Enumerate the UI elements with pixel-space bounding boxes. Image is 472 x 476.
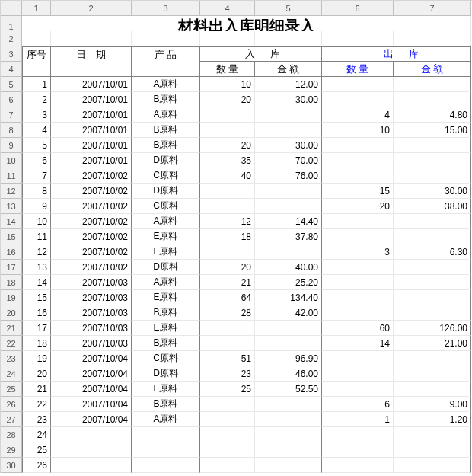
cell-in-qty[interactable]: 18: [200, 229, 255, 244]
cell-seq[interactable]: 20: [22, 366, 51, 382]
cell-in-qty[interactable]: [200, 107, 255, 123]
cell-in-amt[interactable]: [255, 184, 322, 199]
cell-product[interactable]: A原料: [132, 107, 200, 123]
cell-date[interactable]: [51, 442, 132, 458]
row-header[interactable]: 27: [1, 412, 22, 427]
cell-seq[interactable]: 26: [22, 458, 51, 473]
row-header[interactable]: 9: [1, 138, 22, 153]
row-header[interactable]: 25: [1, 382, 22, 397]
cell-out-qty[interactable]: 20: [322, 199, 394, 214]
row-header[interactable]: 6: [1, 92, 22, 107]
row-header[interactable]: 30: [1, 458, 22, 473]
cell-date[interactable]: [51, 427, 132, 442]
cell-date[interactable]: 2007/10/03: [51, 321, 132, 336]
cell-seq[interactable]: 2: [22, 92, 51, 107]
cell-date[interactable]: 2007/10/01: [51, 107, 132, 123]
cell-in-amt[interactable]: 76.00: [255, 168, 322, 184]
cell-in-qty[interactable]: [200, 397, 255, 412]
cell-in-amt[interactable]: 30.00: [255, 138, 322, 153]
cell-product[interactable]: E原料: [132, 290, 200, 305]
row-header[interactable]: 22: [1, 336, 22, 351]
empty-cell[interactable]: [255, 31, 322, 46]
cell-in-amt[interactable]: 40.00: [255, 260, 322, 275]
cell-in-amt[interactable]: 52.50: [255, 382, 322, 397]
cell-product[interactable]: A原料: [132, 214, 200, 229]
cell-seq[interactable]: 6: [22, 153, 51, 168]
cell-out-qty[interactable]: [322, 442, 394, 458]
cell-in-qty[interactable]: 12: [200, 214, 255, 229]
cell-out-amt[interactable]: [394, 382, 471, 397]
cell-out-amt[interactable]: [394, 77, 471, 92]
cell-out-qty[interactable]: 15: [322, 184, 394, 199]
row-header[interactable]: 4: [1, 62, 22, 77]
cell-in-amt[interactable]: [255, 458, 322, 473]
row-header[interactable]: 17: [1, 260, 22, 275]
cell-in-qty[interactable]: [200, 123, 255, 138]
cell-out-amt[interactable]: [394, 168, 471, 184]
cell-seq[interactable]: 8: [22, 184, 51, 199]
cell-product[interactable]: A原料: [132, 77, 200, 92]
col-header[interactable]: 4: [200, 1, 255, 16]
cell-out-qty[interactable]: 4: [322, 107, 394, 123]
empty-cell[interactable]: [51, 31, 132, 46]
cell-in-qty[interactable]: 20: [200, 92, 255, 107]
cell-date[interactable]: 2007/10/01: [51, 77, 132, 92]
row-header[interactable]: 26: [1, 397, 22, 412]
cell-in-amt[interactable]: [255, 397, 322, 412]
row-header[interactable]: 13: [1, 199, 22, 214]
cell-date[interactable]: 2007/10/02: [51, 168, 132, 184]
cell-product[interactable]: D原料: [132, 366, 200, 382]
cell-product[interactable]: B原料: [132, 397, 200, 412]
cell-product[interactable]: E原料: [132, 244, 200, 260]
cell-out-qty[interactable]: [322, 153, 394, 168]
cell-in-qty[interactable]: [200, 458, 255, 473]
cell-date[interactable]: 2007/10/04: [51, 382, 132, 397]
cell-product[interactable]: D原料: [132, 184, 200, 199]
cell-in-amt[interactable]: 134.40: [255, 290, 322, 305]
cell-seq[interactable]: 25: [22, 442, 51, 458]
cell-date[interactable]: 2007/10/03: [51, 305, 132, 321]
cell-seq[interactable]: 12: [22, 244, 51, 260]
cell-in-amt[interactable]: 12.00: [255, 77, 322, 92]
cell-out-amt[interactable]: [394, 351, 471, 366]
cell-in-qty[interactable]: 28: [200, 305, 255, 321]
col-header[interactable]: 2: [51, 1, 132, 16]
row-header[interactable]: 19: [1, 290, 22, 305]
cell-product[interactable]: B原料: [132, 336, 200, 351]
cell-product[interactable]: E原料: [132, 229, 200, 244]
cell-out-qty[interactable]: 60: [322, 321, 394, 336]
row-header[interactable]: 12: [1, 184, 22, 199]
cell-seq[interactable]: 21: [22, 382, 51, 397]
row-header[interactable]: 16: [1, 244, 22, 260]
cell-product[interactable]: E原料: [132, 321, 200, 336]
cell-seq[interactable]: 13: [22, 260, 51, 275]
cell-in-amt[interactable]: 96.90: [255, 351, 322, 366]
cell-product[interactable]: B原料: [132, 123, 200, 138]
cell-product[interactable]: A原料: [132, 275, 200, 290]
cell-in-amt[interactable]: [255, 336, 322, 351]
cell-in-qty[interactable]: [200, 412, 255, 427]
cell-in-amt[interactable]: 46.00: [255, 366, 322, 382]
empty-cell[interactable]: [322, 31, 394, 46]
cell-in-qty[interactable]: 20: [200, 260, 255, 275]
cell-date[interactable]: 2007/10/03: [51, 336, 132, 351]
cell-in-qty[interactable]: 35: [200, 153, 255, 168]
cell-out-amt[interactable]: 21.00: [394, 336, 471, 351]
cell-product[interactable]: A原料: [132, 412, 200, 427]
cell-product[interactable]: B原料: [132, 138, 200, 153]
cell-in-amt[interactable]: [255, 199, 322, 214]
cell-seq[interactable]: 17: [22, 321, 51, 336]
cell-product[interactable]: D原料: [132, 260, 200, 275]
cell-in-qty[interactable]: [200, 184, 255, 199]
row-header[interactable]: 23: [1, 351, 22, 366]
col-header[interactable]: 6: [322, 1, 394, 16]
cell-out-qty[interactable]: [322, 214, 394, 229]
cell-out-amt[interactable]: 4.80: [394, 107, 471, 123]
cell-out-amt[interactable]: [394, 260, 471, 275]
cell-out-qty[interactable]: [322, 92, 394, 107]
cell-out-amt[interactable]: [394, 229, 471, 244]
cell-seq[interactable]: 10: [22, 214, 51, 229]
cell-seq[interactable]: 5: [22, 138, 51, 153]
cell-product[interactable]: C原料: [132, 199, 200, 214]
row-header[interactable]: 11: [1, 168, 22, 184]
